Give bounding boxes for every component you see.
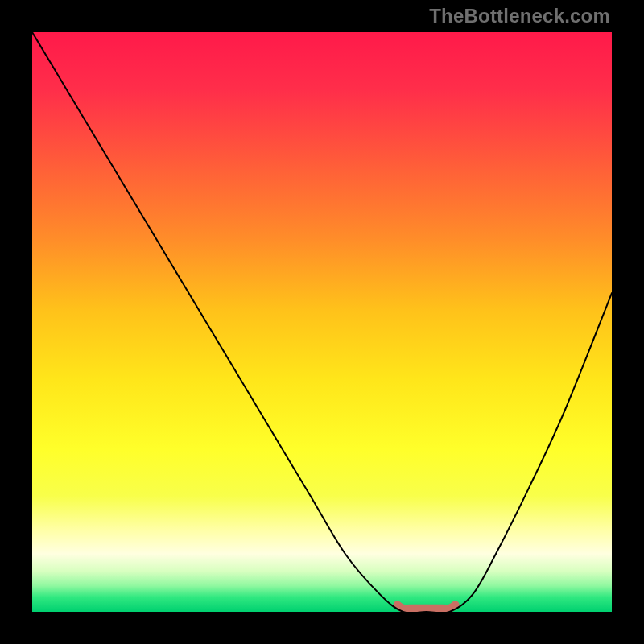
- curve-layer: [32, 32, 612, 612]
- plot-area: [32, 32, 612, 612]
- optimal-range-marker: [398, 605, 456, 609]
- watermark-text: TheBottleneck.com: [429, 5, 610, 27]
- chart-frame: TheBottleneck.com: [0, 0, 644, 644]
- bottleneck-curve: [32, 32, 612, 612]
